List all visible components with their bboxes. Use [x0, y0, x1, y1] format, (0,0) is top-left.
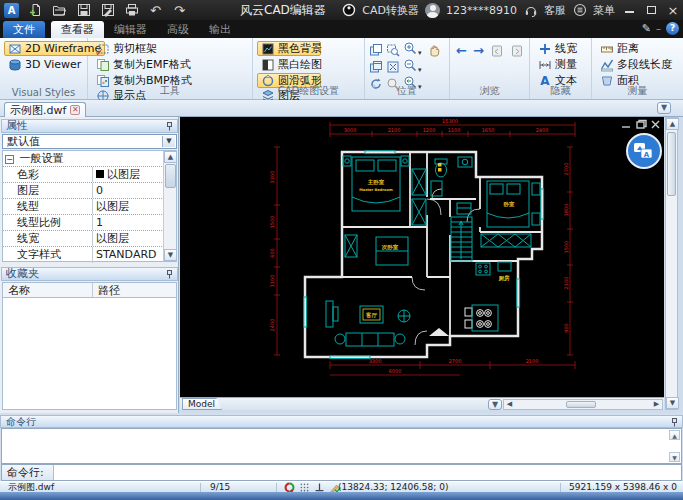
room-label-master-en: Master Bedroom [359, 188, 393, 192]
section-row[interactable]: − 一般设置 [3, 151, 176, 167]
command-panel-header[interactable]: 命令行 [0, 415, 683, 428]
scroll-up-icon[interactable]: ▲ [666, 118, 679, 130]
undo-icon[interactable]: ↶ [148, 3, 163, 18]
tab-close-icon[interactable]: ✕ [70, 105, 80, 115]
scroll-up-icon[interactable]: ▲ [669, 430, 680, 440]
scroll-down-icon[interactable]: ▼ [164, 249, 177, 261]
bw-drawing-button[interactable]: 黑白绘图 [257, 57, 321, 72]
zoom-out-icon[interactable] [403, 58, 417, 72]
cascade-view-icon[interactable] [369, 60, 383, 74]
property-row-ltscale[interactable]: 线型比例 1 [3, 215, 176, 231]
print-icon[interactable] [124, 3, 139, 18]
scroll-thumb[interactable] [566, 401, 596, 408]
polyline-length-button[interactable]: 多段线长度 [596, 57, 676, 72]
username-text[interactable]: 123****8910 [446, 4, 517, 17]
collapse-icon[interactable]: − [5, 155, 14, 164]
zoom-in-icon[interactable] [403, 41, 417, 55]
group-visual-styles: 2D Wireframe 3D Viewer Visual Styles [0, 38, 88, 99]
convert-float-button[interactable]: A [627, 134, 661, 168]
dropdown-arrow-icon[interactable]: ▾ [418, 66, 422, 74]
clip-frame-button[interactable]: 剪切框架 [92, 41, 184, 56]
room-label-kitchen: 厨房 [498, 275, 511, 282]
close-button[interactable]: × [665, 3, 681, 18]
scroll-down-icon[interactable]: ▼ [666, 397, 679, 409]
column-path[interactable]: 路径 [92, 283, 120, 297]
command-input[interactable] [54, 465, 681, 480]
back-arrow-icon[interactable]: ← [456, 43, 467, 58]
edit-pencil-icon[interactable]: ✎ [642, 22, 651, 35]
menu-button[interactable]: 菜单 [593, 3, 615, 18]
drawing-viewport: 15300 3000 2100 1200 1100 1650 2400 3300… [179, 117, 683, 413]
floor-plan-furniture [304, 151, 544, 359]
pin-icon[interactable] [671, 418, 679, 427]
maximize-button[interactable] [643, 4, 659, 17]
favorites-list[interactable] [2, 298, 177, 410]
svg-text:1100: 1100 [448, 127, 461, 133]
next-page-icon [510, 44, 524, 58]
horizontal-scrollbar[interactable]: ◀ ▶ [503, 399, 663, 410]
model-tab[interactable]: Model [182, 398, 222, 410]
open-file-icon[interactable] [52, 3, 67, 18]
group-label: CAD绘图设置 [253, 84, 364, 98]
properties-header[interactable]: 属性 [1, 119, 178, 133]
save-icon[interactable] [76, 3, 91, 18]
scroll-right-icon[interactable]: ▶ [651, 400, 662, 409]
copy-emf-button[interactable]: 复制为EMF格式 [92, 57, 184, 72]
tab-editor[interactable]: 编辑器 [104, 21, 157, 38]
scroll-left-icon[interactable]: ◀ [504, 400, 515, 409]
svg-text:2100: 2100 [563, 277, 569, 290]
zoom-window-icon[interactable] [386, 43, 400, 57]
document-tab[interactable]: 示例图.dwf ✕ [4, 102, 86, 117]
drawing-canvas[interactable]: 15300 3000 2100 1200 1100 1650 2400 3300… [180, 117, 664, 397]
tab-viewer[interactable]: 查看器 [51, 21, 104, 38]
grid-scrollbar[interactable]: ▲ ▼ [163, 151, 176, 261]
property-row-linetype[interactable]: 线型 以图层 [3, 199, 176, 215]
property-row-lineweight[interactable]: 线宽 以图层 [3, 231, 176, 247]
svg-text:900: 900 [563, 323, 569, 333]
layout-list-button[interactable]: ▼ [488, 399, 502, 410]
pan-hand-icon[interactable] [427, 43, 441, 57]
redo-icon[interactable]: ↷ [172, 3, 187, 18]
lineweight-button[interactable]: 线宽 [534, 41, 581, 56]
scroll-down-icon[interactable]: ▼ [669, 452, 680, 462]
tab-output[interactable]: 输出 [199, 21, 241, 38]
chevron-down-icon[interactable]: ▼ [162, 136, 175, 147]
new-file-icon[interactable] [28, 3, 43, 18]
property-row-textstyle[interactable]: 文字样式 STANDARD [3, 247, 176, 263]
mdi-window-controls[interactable] [622, 121, 659, 129]
vertical-scrollbar[interactable]: ▲ ▼ [665, 117, 678, 410]
scroll-thumb[interactable] [165, 164, 176, 188]
user-avatar[interactable] [425, 3, 440, 18]
minimize-button[interactable] [621, 4, 637, 17]
tab-file[interactable]: 文件 [3, 21, 45, 38]
zoom-extents-icon[interactable] [386, 60, 400, 74]
property-row-layer[interactable]: 图层 0 [3, 183, 176, 199]
group-browse: ← → 浏览 [450, 38, 530, 99]
collapse-ribbon-icon[interactable]: – [656, 23, 661, 34]
new-view-icon[interactable] [369, 43, 383, 57]
save-as-icon[interactable] [100, 3, 115, 18]
distance-button[interactable]: 距离 [596, 41, 676, 56]
favorites-header[interactable]: 收藏夹 [1, 267, 178, 281]
command-input-row: 命令行: [1, 464, 682, 481]
property-row-color[interactable]: 色彩 以图层 [3, 167, 176, 183]
black-background-button[interactable]: 黑色背景 [257, 41, 321, 56]
forward-arrow-icon[interactable]: → [473, 43, 484, 58]
help-button[interactable]: ? [666, 22, 679, 35]
tab-advanced[interactable]: 高级 [157, 21, 199, 38]
command-history[interactable]: ▲ ▼ [1, 428, 682, 464]
strip-collapse-button[interactable]: ▼ [657, 102, 671, 114]
svg-text:1800: 1800 [563, 204, 569, 217]
scroll-thumb[interactable] [667, 132, 676, 196]
column-name[interactable]: 名称 [8, 283, 30, 298]
dropdown-arrow-icon[interactable]: ▾ [418, 49, 422, 57]
pin-icon[interactable] [166, 122, 174, 131]
converter-link[interactable]: CAD转换器 [362, 3, 419, 18]
measure-toggle-button[interactable]: 测量 [534, 57, 581, 72]
pin-icon[interactable] [166, 270, 174, 279]
scroll-up-icon[interactable]: ▲ [164, 151, 177, 163]
mdi-close-icon [652, 121, 659, 128]
support-link[interactable]: 客服 [544, 3, 566, 18]
group-label: Visual Styles [0, 87, 87, 98]
preset-dropdown[interactable]: 默认值 ▼ [2, 134, 177, 149]
